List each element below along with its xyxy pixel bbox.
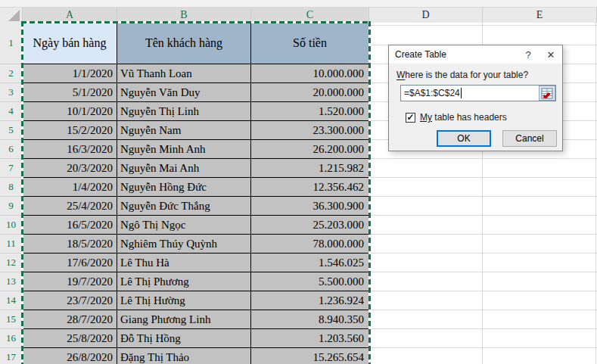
cell-date[interactable]: 20/3/2020 [23,159,117,178]
cell-date[interactable]: 10/1/2020 [23,102,117,121]
column-header-e[interactable]: E [483,8,597,23]
cell-customer-name[interactable]: Lê Thị Hường [117,291,251,310]
cell-date[interactable]: 25/8/2020 [23,329,117,348]
row-header[interactable]: 17 [0,348,23,364]
cell-date[interactable]: 28/7/2020 [23,310,117,329]
table-row: 81/4/2020Nguyễn Hồng Đức12.356.462 [0,178,597,197]
help-icon[interactable]: ? [517,49,539,61]
cell-amount[interactable]: 1.546.025 [251,254,369,272]
cell-amount[interactable]: 1.215.982 [251,159,369,178]
prompt-accelerator: W [396,70,405,80]
checkbox-accelerator: My [420,112,432,123]
my-table-has-headers-checkbox[interactable]: ✓ [406,113,415,123]
cell-customer-name[interactable]: Nguyễn Đức Thắng [117,197,251,216]
cell-date[interactable]: 19/7/2020 [23,272,117,291]
cell-amount[interactable]: 23.300.000 [251,121,369,140]
range-value-text: =$A$1:$C$24 [404,88,460,98]
cell-amount[interactable]: 12.356.462 [251,178,369,197]
cell-amount[interactable]: 15.265.654 [251,348,369,364]
cell-customer-name[interactable]: Nghiêm Thúy Quỳnh [117,235,251,254]
cell-amount[interactable]: 25.203.000 [251,216,369,235]
cell-customer-name[interactable]: Nguyễn Thị Linh [117,102,251,121]
cell-date[interactable]: 26/8/2020 [23,348,117,364]
table-row: 1319/7/2020Lê Thị Phương5.500.000 [0,272,597,291]
cell-customer-name[interactable]: Đỗ Thị Hồng [117,329,251,348]
close-icon[interactable]: ✕ [539,49,562,61]
excel-window: A B C D E 1 Ngày bán hàng Tên khách hàng… [0,0,597,364]
prompt-rest: here is the data for your table? [405,70,528,80]
cell-date[interactable]: 16/3/2020 [23,140,117,159]
cell-date[interactable]: 23/7/2020 [23,291,117,310]
cell-date[interactable]: 17/6/2020 [23,254,117,272]
row-header-1[interactable]: 1 [0,23,23,64]
column-header-c[interactable]: C [251,8,369,23]
cell-date[interactable]: 25/4/2020 [23,197,117,216]
checkbox-label-rest: table has headers [432,112,507,123]
dialog-titlebar[interactable]: Create Table ? ✕ [389,45,562,64]
row-header[interactable]: 9 [0,197,23,216]
cell-date[interactable]: 5/1/2020 [23,83,117,102]
cell-date[interactable]: 16/5/2020 [23,216,117,235]
cell-amount[interactable]: 20.000.000 [251,83,369,102]
column-header-b[interactable]: B [117,8,251,23]
table-row: 1528/7/2020Giang Phương Linh8.940.350 [0,310,597,329]
row-header[interactable]: 2 [0,64,23,83]
table-row: 925/4/2020Nguyễn Đức Thắng36.300.900 [0,197,597,216]
dialog-buttons: OK Cancel [389,130,562,147]
row-header[interactable]: 15 [0,310,23,329]
cell-customer-name[interactable]: Nguyễn Minh Anh [117,140,251,159]
row-header[interactable]: 8 [0,178,23,197]
row-header[interactable]: 14 [0,291,23,310]
cell-amount[interactable]: 26.200.000 [251,140,369,159]
cell-date[interactable]: 1/4/2020 [23,178,117,197]
cell-customer-name[interactable]: Nguyễn Mai Anh [117,159,251,178]
table-row: 1217/6/2020Lê Thu Hà1.546.025 [0,254,597,272]
cell-customer-name[interactable]: Nguyễn Hồng Đức [117,178,251,197]
checkbox-label[interactable]: My table has headers [420,112,507,123]
cell-a1-active[interactable]: Ngày bán hàng [23,23,117,64]
row-header[interactable]: 5 [0,121,23,140]
table-row: 1423/7/2020Lê Thị Hường1.236.924 [0,291,597,310]
row-header[interactable]: 11 [0,235,23,254]
row-header[interactable]: 12 [0,254,23,272]
cell-date[interactable]: 1/1/2020 [23,64,117,83]
cell-amount[interactable]: 10.000.000 [251,64,369,83]
cell-customer-name[interactable]: Nguyễn Văn Duy [117,83,251,102]
cell-amount[interactable]: 1.236.924 [251,291,369,310]
cell-date[interactable]: 18/5/2020 [23,235,117,254]
row-header[interactable]: 4 [0,102,23,121]
ok-button[interactable]: OK [437,130,491,147]
cell-amount[interactable]: 5.500.000 [251,272,369,291]
row-header[interactable]: 16 [0,329,23,348]
cell-customer-name[interactable]: Lê Thu Hà [117,254,251,272]
select-all-triangle-icon [8,10,20,21]
cell-amount[interactable]: 36.300.900 [251,197,369,216]
cell-amount[interactable]: 78.000.000 [251,235,369,254]
table-row: 1118/5/2020Nghiêm Thúy Quỳnh78.000.000 [0,235,597,254]
cell-customer-name[interactable]: Nguyễn Nam [117,121,251,140]
select-all-corner[interactable] [0,8,23,23]
row-header[interactable]: 7 [0,159,23,178]
cell-customer-name[interactable]: Ngô Thị Ngọc [117,216,251,235]
row-header[interactable]: 6 [0,140,23,159]
row-header[interactable]: 13 [0,272,23,291]
cell-b1[interactable]: Tên khách hàng [117,23,251,64]
cell-amount[interactable]: 1.203.560 [251,329,369,348]
column-header-a[interactable]: A [23,8,117,23]
cancel-button[interactable]: Cancel [502,130,557,147]
range-input[interactable]: =$A$1:$C$24 [401,86,539,101]
collapse-dialog-button[interactable] [539,86,555,101]
cell-customer-name[interactable]: Đặng Thị Thảo [117,348,251,364]
cell-customer-name[interactable]: Vũ Thanh Loan [117,64,251,83]
cell-customer-name[interactable]: Lê Thị Phương [117,272,251,291]
cell-amount[interactable]: 1.520.000 [251,102,369,121]
formula-bar-bottom-strip [0,0,597,8]
cell-customer-name[interactable]: Giang Phương Linh [117,310,251,329]
table-row: 720/3/2020Nguyễn Mai Anh1.215.982 [0,159,597,178]
cell-c1[interactable]: Số tiền [251,23,369,64]
cell-date[interactable]: 15/2/2020 [23,121,117,140]
cell-amount[interactable]: 8.940.350 [251,310,369,329]
column-header-d[interactable]: D [369,8,483,23]
row-header[interactable]: 3 [0,83,23,102]
row-header[interactable]: 10 [0,216,23,235]
